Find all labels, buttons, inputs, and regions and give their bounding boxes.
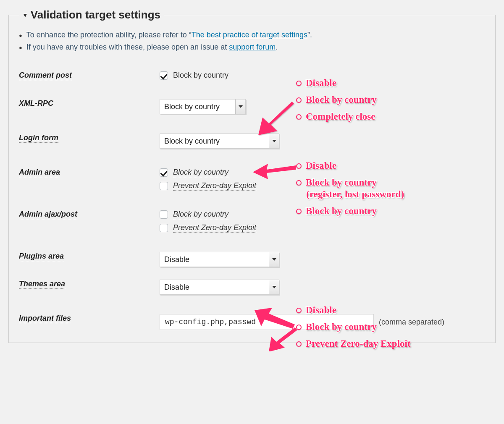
annotation-text: Block by country	[306, 94, 377, 105]
bullet-icon: ●	[19, 32, 22, 39]
select-xml-rpc[interactable]: Block by country	[160, 99, 246, 114]
intro-line1-prefix: To enhance the protection ability, pleas…	[26, 31, 192, 39]
checkbox-admin-block[interactable]	[160, 168, 168, 177]
intro-text: ● To enhance the protection ability, ple…	[19, 31, 485, 52]
support-forum-link[interactable]: support forum	[229, 43, 276, 51]
row-login-form: Login form Block by country	[19, 133, 485, 149]
label-important-files: Important files	[19, 314, 71, 323]
best-practice-link[interactable]: The best practice of target settings	[192, 31, 307, 39]
chevron-down-icon	[269, 134, 279, 148]
annotation-plugins-options: Disable Block by country Prevent Zero-da…	[296, 305, 411, 349]
annotation-text: Disable	[306, 160, 336, 171]
checkbox-label: Block by country	[173, 210, 228, 219]
bullet-icon: ●	[19, 44, 22, 51]
row-themes-area: Themes area Disable	[19, 280, 485, 295]
label-themes-area: Themes area	[19, 280, 65, 289]
checkbox-label: Block by country	[173, 71, 228, 80]
label-admin-ajax: Admin ajax/post	[19, 210, 77, 219]
checkbox-ajax-zeroday[interactable]	[160, 224, 168, 232]
checkbox-label: Prevent Zero-day Exploit	[173, 181, 256, 191]
row-admin-ajax: Admin ajax/post Block by country Prevent…	[19, 210, 485, 233]
checkbox-ajax-block[interactable]	[160, 210, 168, 219]
annotation-xmlrpc-options: Disable Block by country Completely clos…	[296, 78, 377, 122]
row-plugins-area: Plugins area Disable	[19, 252, 485, 267]
checkbox-admin-zeroday[interactable]	[160, 182, 168, 190]
input-value: wp-config.php,passwd	[165, 318, 256, 326]
chevron-down-icon	[235, 99, 245, 114]
row-comment-post: Comment post Block by country	[19, 71, 485, 80]
annotation-text: Disable	[306, 305, 336, 316]
section-legend[interactable]: ▼ Validation target settings	[19, 8, 164, 21]
select-login-form[interactable]: Block by country	[160, 133, 279, 149]
label-xml-rpc: XML-RPC	[19, 99, 53, 108]
chevron-down-icon	[269, 252, 279, 267]
intro-line2-prefix: If you have any troubles with these, ple…	[26, 43, 229, 51]
collapse-arrow-icon[interactable]: ▼	[22, 12, 28, 18]
select-themes-area[interactable]: Disable	[160, 280, 279, 295]
checkbox-comment-post-block[interactable]	[160, 71, 168, 80]
row-admin-area: Admin area Block by country Prevent Zero…	[19, 168, 485, 191]
intro-line2-suffix: .	[276, 43, 278, 51]
annotation-text: Prevent Zero-day Exploit	[306, 338, 411, 349]
select-value: Disable	[160, 255, 194, 264]
annotation-text: Block by country	[306, 322, 377, 332]
annotation-text: Block by country	[306, 206, 377, 217]
validation-target-settings-fieldset: ▼ Validation target settings ● To enhanc…	[8, 8, 496, 343]
row-xml-rpc: XML-RPC Block by country	[19, 99, 485, 114]
annotation-text: Block by country	[306, 177, 377, 188]
checkbox-label: Block by country	[173, 168, 228, 177]
section-title: Validation target settings	[31, 8, 160, 21]
select-plugins-area[interactable]: Disable	[160, 252, 279, 267]
label-plugins-area: Plugins area	[19, 252, 64, 261]
row-important-files: Important files wp-config.php,passwd (co…	[19, 314, 485, 330]
chevron-down-icon	[269, 280, 279, 294]
label-comment-post: Comment post	[19, 71, 72, 80]
select-value: Disable	[160, 283, 194, 292]
annotation-text: Disable	[306, 78, 336, 89]
select-value: Block by country	[160, 137, 224, 146]
label-admin-area: Admin area	[19, 168, 60, 177]
annotation-text: (register, lost password)	[306, 189, 404, 199]
checkbox-label: Prevent Zero-day Exploit	[173, 223, 256, 233]
annotation-text: Completely close	[306, 111, 375, 122]
label-login-form: Login form	[19, 133, 58, 143]
select-value: Block by country	[160, 102, 224, 111]
annotation-login-options: Disable Block by country (register, lost…	[296, 160, 404, 217]
intro-line1-suffix: ”.	[307, 31, 312, 39]
